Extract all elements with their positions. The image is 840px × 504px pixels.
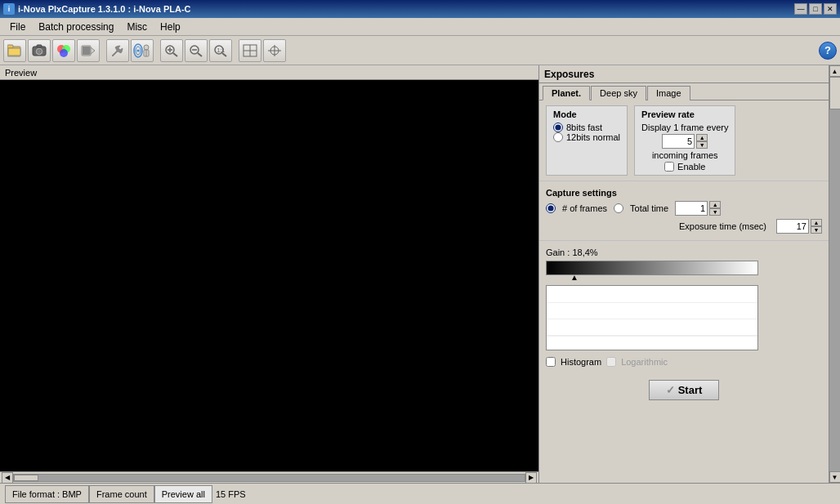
preview-label: Preview (5, 68, 37, 78)
mode-previewrate-container: Mode 8bits fast 12bits normal Preview ra… (539, 100, 829, 181)
close-button[interactable]: ✕ (824, 3, 837, 15)
open-folder-btn[interactable] (3, 39, 26, 62)
help-button[interactable]: ? (819, 42, 837, 60)
total-time-radio[interactable] (614, 203, 623, 213)
fps-display: 15 FPS (216, 489, 246, 499)
histogram-checkbox[interactable] (546, 357, 556, 367)
start-section: ✓ Start (539, 373, 829, 407)
capture-btn[interactable] (28, 39, 51, 62)
scroll-left-btn[interactable]: ◀ (2, 472, 13, 484)
scroll-thumb-h[interactable] (14, 475, 38, 481)
mode-8bits-radio[interactable] (553, 123, 563, 132)
zoom-out-btn[interactable] (185, 39, 208, 62)
start-button[interactable]: ✓ Start (649, 380, 720, 400)
gain-arrow-indicator: ▲ (570, 273, 579, 282)
tools-btn[interactable] (106, 39, 129, 62)
enable-label: Enable (677, 162, 705, 172)
frame-count-status[interactable]: Frame count (89, 485, 154, 503)
svg-rect-1 (7, 45, 13, 48)
content-area: Preview ◀ ▶ Exposures Planet. Deep sky I… (0, 65, 840, 483)
preview-rate-group: Preview rate Display 1 frame every ▲ ▼ i… (634, 105, 735, 176)
file-format-text: File format : BMP (12, 489, 82, 499)
frame-count-text: Frame count (96, 489, 147, 499)
title-bar: i i-Nova PlxCapture 1.3.1.0 : i-Nova PLA… (0, 0, 840, 18)
mode-12bits-row: 12bits normal (553, 132, 620, 142)
capture-settings-section: Capture settings # of frames Total time … (539, 181, 829, 241)
enable-row: Enable (641, 162, 728, 172)
frames-increment[interactable]: ▲ (709, 201, 721, 208)
app-icon: i (3, 3, 15, 15)
status-bar: File format : BMP Frame count Preview al… (0, 483, 840, 504)
window-title: i-Nova PlxCapture 1.3.1.0 : i-Nova PLA-C (18, 4, 191, 14)
scroll-down-btn[interactable]: ▼ (829, 471, 841, 483)
crosshair-btn[interactable] (263, 39, 286, 62)
frames-decrement[interactable]: ▼ (709, 208, 721, 216)
svg-line-25 (198, 53, 202, 56)
exposure-time-input[interactable] (776, 219, 809, 234)
zoom-in-btn[interactable] (160, 39, 183, 62)
svg-rect-11 (83, 47, 90, 55)
preview-rate-input[interactable] (662, 134, 695, 149)
svg-rect-38 (547, 302, 757, 303)
file-format-status: File format : BMP (5, 485, 89, 503)
preview-all-status[interactable]: Preview all (154, 485, 212, 503)
camera-connect-btn[interactable] (131, 39, 154, 62)
preview-canvas (0, 80, 538, 471)
menu-batch-processing[interactable]: Batch processing (32, 20, 120, 34)
horizontal-scrollbar: ◀ ▶ (0, 471, 538, 483)
zoom-fit-btn[interactable]: 1:1 (209, 39, 232, 62)
frames-radio[interactable] (546, 203, 556, 213)
frames-spinbox-buttons: ▲ ▼ (709, 201, 721, 216)
tab-planet[interactable]: Planet. (543, 86, 590, 100)
svg-point-9 (60, 49, 68, 57)
svg-rect-6 (37, 45, 42, 47)
start-check-icon: ✓ (666, 384, 675, 396)
grid-btn[interactable] (239, 39, 261, 62)
mode-12bits-label: 12bits normal (566, 132, 620, 142)
scroll-thumb-v[interactable] (829, 77, 841, 109)
preview-rate-increment[interactable]: ▲ (696, 134, 708, 141)
right-panel: Exposures Planet. Deep sky Image Mode 8b… (539, 65, 840, 483)
enable-checkbox[interactable] (664, 162, 674, 172)
menu-misc[interactable]: Misc (120, 20, 154, 34)
frames-label: # of frames (562, 203, 607, 213)
svg-rect-37 (547, 319, 757, 319)
gain-slider-container: ▲ (546, 261, 822, 275)
record-btn[interactable] (77, 39, 100, 62)
histogram-row: Histogram Logarithmic (546, 357, 822, 367)
preview-rate-decrement[interactable]: ▼ (696, 141, 708, 149)
title-buttons: — □ ✕ (794, 3, 837, 15)
gain-section: Gain : 18,4% ▲ (539, 241, 829, 373)
exposure-increment[interactable]: ▲ (811, 219, 822, 226)
scroll-up-btn[interactable]: ▲ (829, 65, 841, 77)
right-panel-content: Mode 8bits fast 12bits normal Preview ra… (539, 100, 840, 483)
tab-image[interactable]: Image (647, 86, 690, 100)
scroll-track-v[interactable] (829, 77, 841, 471)
menu-help[interactable]: Help (154, 20, 187, 34)
scroll-right-btn[interactable]: ▶ (525, 472, 537, 484)
preview-rate-description: Display 1 frame every (641, 123, 728, 132)
mode-12bits-radio[interactable] (553, 132, 563, 142)
exposure-decrement[interactable]: ▼ (811, 226, 822, 234)
total-time-label: Total time (630, 203, 668, 213)
tab-deepsky[interactable]: Deep sky (591, 86, 646, 100)
toolbar: 1:1 ? (0, 36, 840, 65)
preview-panel: Preview ◀ ▶ (0, 65, 539, 483)
gain-histogram-graph (546, 285, 758, 350)
preview-rate-unit: incoming frames (641, 150, 728, 160)
minimize-button[interactable]: — (794, 3, 807, 15)
exposures-header: Exposures (539, 65, 840, 83)
svg-line-27 (222, 53, 226, 56)
color-btn[interactable] (52, 39, 75, 62)
histogram-label: Histogram (561, 357, 601, 367)
exposure-spinbox: ▲ ▼ (776, 219, 822, 234)
capture-options-row: # of frames Total time ▲ ▼ (546, 201, 822, 216)
menu-file[interactable]: File (3, 20, 32, 34)
tabs-bar: Planet. Deep sky Image (539, 83, 840, 100)
preview-rate-spinbox: ▲ ▼ (641, 134, 728, 149)
maximize-button[interactable]: □ (809, 3, 822, 15)
preview-rate-label: Preview rate (641, 109, 728, 119)
scroll-track-h[interactable] (13, 474, 525, 482)
frames-input[interactable] (675, 201, 708, 216)
preview-all-text: Preview all (162, 489, 205, 499)
